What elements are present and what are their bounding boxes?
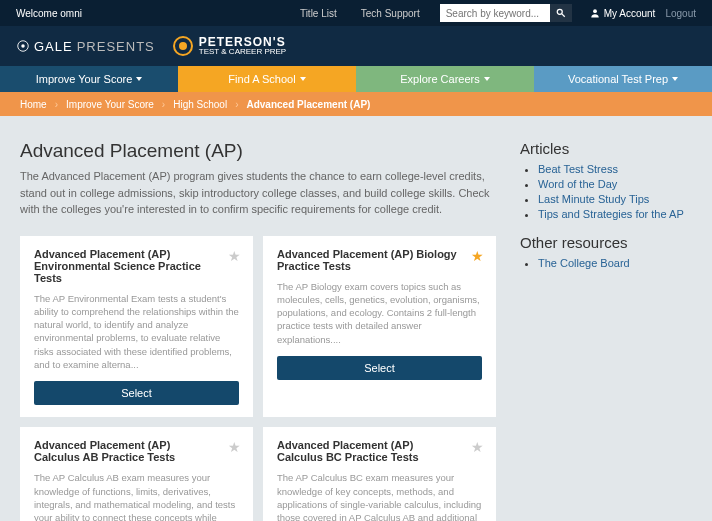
breadcrumb: Home › Improve Your Score › High School …	[0, 92, 712, 116]
favorite-star-icon[interactable]: ★	[228, 248, 241, 264]
card-title: Advanced Placement (AP) Calculus BC Prac…	[277, 439, 482, 463]
sidebar: Articles Beat Test StressWord of the Day…	[520, 140, 692, 521]
card-description: The AP Calculus BC exam measures your kn…	[277, 471, 482, 521]
chevron-down-icon	[484, 77, 490, 81]
logout-link[interactable]: Logout	[665, 8, 696, 19]
search-button[interactable]	[550, 4, 572, 22]
resource-link[interactable]: The College Board	[538, 257, 692, 269]
article-link[interactable]: Tips and Strategies for the AP	[538, 208, 692, 220]
chevron-right-icon: ›	[162, 99, 165, 110]
chevron-right-icon: ›	[55, 99, 58, 110]
crumb-highschool[interactable]: High School	[173, 99, 227, 110]
search-box	[440, 4, 572, 22]
test-card: ★Advanced Placement (AP) Biology Practic…	[263, 236, 496, 418]
test-card: ★Advanced Placement (AP) Environmental S…	[20, 236, 253, 418]
peterson-logo: PETERSON'S TEST & CAREER PREP	[173, 36, 286, 56]
test-card: ★Advanced Placement (AP) Calculus BC Pra…	[263, 427, 496, 521]
card-title: Advanced Placement (AP) Biology Practice…	[277, 248, 482, 272]
card-description: The AP Calculus AB exam measures your kn…	[34, 471, 239, 521]
search-icon	[556, 8, 566, 18]
search-input[interactable]	[440, 4, 550, 22]
chevron-down-icon	[300, 77, 306, 81]
tab-improve-score[interactable]: Improve Your Score	[0, 66, 178, 92]
card-title: Advanced Placement (AP) Environmental Sc…	[34, 248, 239, 284]
tech-support-link[interactable]: Tech Support	[361, 8, 420, 19]
crumb-home[interactable]: Home	[20, 99, 47, 110]
select-button[interactable]: Select	[277, 356, 482, 380]
brand-bar: GALE PRESENTS PETERSON'S TEST & CAREER P…	[0, 26, 712, 66]
svg-point-2	[593, 9, 597, 13]
welcome-text: Welcome omni	[16, 8, 82, 19]
user-icon	[590, 8, 600, 18]
card-description: The AP Biology exam covers topics such a…	[277, 280, 482, 346]
page-intro: The Advanced Placement (AP) program give…	[20, 168, 496, 218]
favorite-star-icon[interactable]: ★	[471, 439, 484, 455]
gale-logo: GALE PRESENTS	[16, 39, 155, 54]
resources-list: The College Board	[520, 257, 692, 269]
chevron-down-icon	[136, 77, 142, 81]
favorite-star-icon[interactable]: ★	[471, 248, 484, 264]
svg-point-0	[557, 9, 562, 14]
top-bar: Welcome omni Title List Tech Support My …	[0, 0, 712, 26]
main-content: Advanced Placement (AP) The Advanced Pla…	[20, 140, 496, 521]
article-link[interactable]: Word of the Day	[538, 178, 692, 190]
tab-explore-careers[interactable]: Explore Careers	[356, 66, 534, 92]
card-title: Advanced Placement (AP) Calculus AB Prac…	[34, 439, 239, 463]
favorite-star-icon[interactable]: ★	[228, 439, 241, 455]
svg-line-1	[561, 14, 564, 17]
articles-heading: Articles	[520, 140, 692, 157]
chevron-right-icon: ›	[235, 99, 238, 110]
article-link[interactable]: Beat Test Stress	[538, 163, 692, 175]
gale-icon	[16, 39, 30, 53]
peterson-icon	[173, 36, 193, 56]
select-button[interactable]: Select	[34, 381, 239, 405]
my-account-link[interactable]: My Account	[590, 8, 656, 19]
nav-tabs: Improve Your Score Find A School Explore…	[0, 66, 712, 92]
tab-vocational-prep[interactable]: Vocational Test Prep	[534, 66, 712, 92]
resources-heading: Other resources	[520, 234, 692, 251]
test-card: ★Advanced Placement (AP) Calculus AB Pra…	[20, 427, 253, 521]
card-grid: ★Advanced Placement (AP) Environmental S…	[20, 236, 496, 522]
title-list-link[interactable]: Title List	[300, 8, 337, 19]
chevron-down-icon	[672, 77, 678, 81]
card-description: The AP Environmental Exam tests a studen…	[34, 292, 239, 372]
tab-find-school[interactable]: Find A School	[178, 66, 356, 92]
crumb-current: Advanced Placement (AP)	[246, 99, 370, 110]
article-link[interactable]: Last Minute Study Tips	[538, 193, 692, 205]
articles-list: Beat Test StressWord of the DayLast Minu…	[520, 163, 692, 220]
page-title: Advanced Placement (AP)	[20, 140, 496, 162]
svg-point-4	[21, 44, 25, 48]
crumb-improve[interactable]: Improve Your Score	[66, 99, 154, 110]
